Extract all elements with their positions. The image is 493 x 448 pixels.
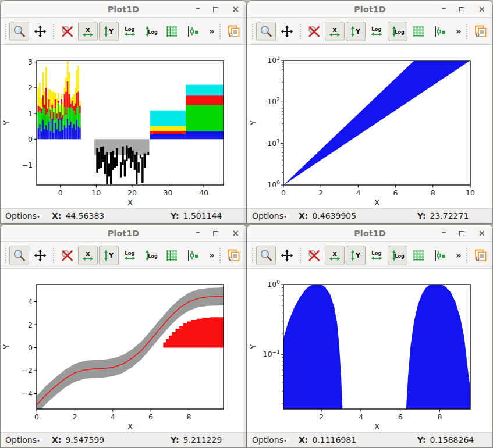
curve-style-button[interactable] (430, 246, 449, 265)
close-button[interactable]: × (478, 5, 485, 14)
log-y-icon: Log (144, 248, 158, 262)
options-menu-button[interactable]: Options▾ (252, 435, 286, 445)
maximize-button[interactable] (459, 5, 464, 14)
minimize-button[interactable]: – (442, 227, 446, 236)
grid-button[interactable] (162, 22, 182, 41)
statusbar: Options▾ X:44.56383 Y:1.501144 (1, 208, 246, 224)
log-x-button[interactable]: Log (367, 246, 386, 265)
grid-button[interactable] (409, 22, 428, 41)
svg-text:0: 0 (34, 413, 39, 421)
grid-button[interactable] (162, 246, 182, 265)
svg-text:−2: −2 (22, 366, 33, 375)
copy-plot-button[interactable] (470, 246, 490, 265)
x-autoscale-button[interactable]: x (325, 22, 345, 41)
close-button[interactable]: × (478, 229, 485, 238)
svg-text:6: 6 (398, 413, 403, 421)
log-y-icon: Log (144, 24, 158, 38)
svg-text:8: 8 (431, 189, 435, 197)
close-button[interactable]: × (232, 229, 239, 238)
y-autoscale-button[interactable]: Y (99, 22, 119, 41)
copy-plot-button[interactable] (224, 246, 243, 265)
toolbar-overflow-chevron[interactable]: » (207, 26, 217, 37)
svg-text:10: 10 (466, 189, 475, 197)
curve-style-button[interactable] (183, 22, 203, 41)
zoom-button[interactable] (256, 246, 276, 265)
maximize-icon (213, 7, 218, 12)
copy-clipboard-icon (226, 248, 240, 262)
x-autoscale-button[interactable]: x (78, 246, 98, 265)
titlebar[interactable]: Plot1D – × (1, 225, 246, 242)
svg-text:0: 0 (58, 189, 63, 197)
zoom-button[interactable] (256, 22, 276, 41)
toolbar-overflow-chevron[interactable]: » (454, 250, 463, 261)
toolbar-overflow-chevron[interactable]: » (454, 26, 463, 37)
x-autoscale-button[interactable]: x (78, 22, 98, 41)
zoom-button[interactable] (9, 22, 29, 41)
options-menu-button[interactable]: Options▾ (5, 435, 40, 445)
toolbar-drag-handle[interactable] (252, 24, 253, 39)
log-y-button[interactable]: Log (141, 246, 161, 265)
pan-button[interactable] (30, 22, 50, 41)
svg-text:X: X (127, 198, 133, 207)
svg-text:3: 3 (28, 58, 33, 66)
pan-button[interactable] (277, 22, 297, 41)
statusbar: Options▾ X:0.1116981 Y:0.1588264 (247, 432, 492, 448)
log-y-button[interactable]: Log (141, 22, 161, 41)
pan-button[interactable] (277, 246, 297, 265)
minimize-button[interactable]: – (196, 3, 200, 12)
clear-button[interactable] (304, 22, 324, 41)
svg-text:6: 6 (148, 413, 153, 421)
move-icon (280, 24, 294, 38)
x-coordinate-value: 0.4639905 (312, 211, 356, 221)
toolbar-drag-handle[interactable] (5, 248, 6, 263)
y-autoscale-button[interactable]: Y (99, 246, 119, 265)
plot-figure: 010203040−10123XY (1, 45, 246, 208)
toolbar-separator (300, 248, 301, 263)
titlebar[interactable]: Plot1D – × (247, 1, 492, 18)
plot-canvas[interactable]: 0246810100101102103XY (247, 45, 492, 208)
plot1d-window: Plot1D – × (247, 0, 493, 224)
clear-button[interactable] (57, 246, 77, 265)
clear-button[interactable] (304, 246, 324, 265)
plot-canvas[interactable]: 246810−1100XY (247, 269, 492, 432)
maximize-button[interactable] (459, 229, 464, 238)
clear-button[interactable] (57, 22, 77, 41)
log-x-button[interactable]: Log (120, 246, 140, 265)
titlebar[interactable]: Plot1D – × (247, 225, 492, 242)
options-label: Options (252, 435, 283, 445)
plot-canvas[interactable]: 02468−4−2024XY (1, 269, 246, 432)
maximize-button[interactable] (213, 229, 218, 238)
plot-canvas[interactable]: 010203040−10123XY (1, 45, 246, 208)
svg-text:100: 100 (267, 279, 280, 289)
toolbar-overflow-chevron[interactable]: » (207, 250, 217, 261)
log-y-button[interactable]: Log (388, 22, 407, 41)
toolbar-drag-handle[interactable] (5, 24, 6, 39)
options-menu-button[interactable]: Options▾ (5, 211, 40, 221)
log-x-button[interactable]: Log (120, 22, 140, 41)
move-icon (33, 24, 47, 38)
maximize-button[interactable] (213, 5, 218, 14)
pan-button[interactable] (30, 246, 50, 265)
y-autoscale-button[interactable]: Y (346, 246, 366, 265)
zoom-button[interactable] (9, 246, 29, 265)
options-menu-button[interactable]: Options▾ (252, 211, 286, 221)
y-autoscale-button[interactable]: Y (346, 22, 366, 41)
svg-text:2: 2 (72, 413, 77, 421)
log-x-button[interactable]: Log (367, 22, 386, 41)
copy-plot-button[interactable] (224, 22, 243, 41)
grid-button[interactable] (409, 246, 428, 265)
minimize-button[interactable]: – (442, 3, 446, 12)
minimize-button[interactable]: – (196, 227, 200, 236)
x-autoscale-button[interactable]: x (325, 246, 345, 265)
copy-plot-button[interactable] (470, 22, 490, 41)
toolbar-drag-handle[interactable] (252, 248, 253, 263)
curve-style-button[interactable] (430, 22, 449, 41)
svg-text:−4: −4 (22, 389, 33, 398)
close-button[interactable]: × (232, 5, 239, 14)
svg-text:20: 20 (127, 189, 137, 197)
curve-style-icon (432, 248, 446, 262)
titlebar[interactable]: Plot1D – × (1, 1, 246, 18)
log-y-button[interactable]: Log (388, 246, 407, 265)
curve-style-button[interactable] (183, 246, 203, 265)
x-glyph: x (332, 25, 337, 33)
